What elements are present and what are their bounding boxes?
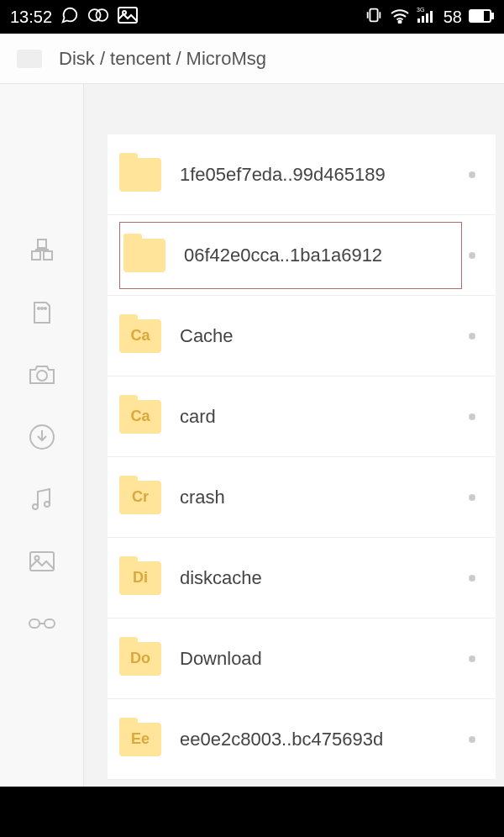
bottom-bar (0, 787, 504, 837)
file-row[interactable]: Cr crash (108, 457, 496, 538)
file-name: diskcache (180, 567, 462, 589)
svg-point-5 (398, 20, 401, 23)
file-name: card (180, 406, 462, 428)
picture-icon (118, 7, 138, 28)
svg-point-19 (45, 308, 46, 309)
circles-icon (87, 6, 109, 29)
battery-icon (469, 8, 494, 27)
svg-point-18 (41, 308, 43, 309)
svg-rect-2 (118, 8, 137, 23)
svg-point-17 (38, 308, 39, 309)
svg-rect-15 (32, 251, 40, 260)
row-menu-dot[interactable] (469, 575, 475, 582)
file-row[interactable]: Do Download (108, 619, 496, 699)
sidebar-camera-icon[interactable] (27, 360, 57, 390)
svg-rect-9 (430, 11, 433, 23)
sidebar-sd-icon[interactable] (27, 297, 57, 328)
svg-rect-24 (30, 552, 54, 571)
row-menu-dot[interactable] (469, 494, 475, 501)
content: 1fe05ef7eda..99d465189 06f42e0cca..1ba1a… (84, 84, 504, 787)
sidebar-picture-icon[interactable] (27, 546, 57, 576)
folder-icon: Do (119, 642, 161, 676)
svg-rect-4 (370, 8, 377, 21)
breadcrumb-root-icon (17, 50, 42, 68)
file-row[interactable]: Ca Cache (108, 296, 496, 376)
row-menu-dot[interactable] (469, 655, 475, 662)
folder-icon: Ca (119, 400, 161, 434)
sidebar (0, 84, 84, 787)
wifi-icon (390, 7, 410, 28)
row-menu-dot[interactable] (469, 413, 475, 420)
file-row[interactable]: Ee ee0e2c8003..bc475693d (108, 699, 496, 780)
file-list: 1fe05ef7eda..99d465189 06f42e0cca..1ba1a… (108, 134, 496, 780)
battery-level: 58 (444, 8, 462, 27)
row-menu-dot[interactable] (469, 333, 475, 340)
svg-rect-16 (44, 251, 52, 260)
sidebar-category-icon[interactable] (27, 235, 57, 266)
breadcrumb-path: Disk / tencent / MicroMsg (59, 48, 266, 70)
svg-point-22 (33, 504, 38, 509)
folder-icon: Ca (119, 319, 161, 353)
file-name: ee0e2c8003..bc475693d (180, 729, 462, 750)
svg-rect-14 (38, 240, 46, 248)
status-left: 13:52 (10, 6, 138, 29)
status-right: 3G 58 (365, 6, 494, 29)
svg-rect-26 (29, 619, 39, 628)
chat-icon (60, 6, 79, 29)
svg-rect-8 (426, 13, 428, 23)
svg-point-20 (37, 371, 47, 381)
row-menu-dot[interactable] (469, 171, 475, 178)
file-name: Cache (180, 325, 462, 347)
svg-text:3G: 3G (417, 7, 424, 13)
breadcrumb[interactable]: Disk / tencent / MicroMsg (0, 34, 504, 84)
folder-icon: Cr (119, 481, 161, 514)
file-row[interactable]: Di diskcache (108, 538, 496, 619)
svg-point-23 (45, 502, 50, 507)
file-name: 1fe05ef7eda..99d465189 (180, 164, 462, 186)
svg-rect-7 (422, 16, 424, 23)
row-menu-dot[interactable] (469, 252, 475, 259)
file-row[interactable]: 06f42e0cca..1ba1a6912 (108, 215, 496, 296)
signal-icon: 3G (417, 7, 437, 28)
svg-rect-27 (45, 619, 55, 628)
sidebar-glasses-icon[interactable] (27, 608, 57, 639)
file-row[interactable]: Ca card (108, 376, 496, 457)
svg-rect-6 (417, 18, 420, 23)
file-row[interactable]: 1fe05ef7eda..99d465189 (108, 134, 496, 215)
vibrate-icon (365, 6, 383, 29)
folder-icon (119, 158, 161, 192)
row-menu-dot[interactable] (469, 736, 475, 743)
status-time: 13:52 (10, 8, 52, 27)
svg-rect-12 (491, 13, 493, 18)
svg-point-1 (96, 9, 108, 21)
sidebar-music-icon[interactable] (27, 484, 57, 514)
file-name: 06f42e0cca..1ba1a6912 (184, 245, 461, 266)
file-name: crash (180, 487, 462, 508)
folder-icon (123, 239, 165, 272)
folder-icon: Di (119, 561, 161, 595)
svg-rect-13 (471, 12, 483, 20)
sidebar-download-icon[interactable] (27, 422, 57, 452)
folder-icon: Ee (119, 723, 161, 756)
main: 1fe05ef7eda..99d465189 06f42e0cca..1ba1a… (0, 84, 504, 787)
status-bar: 13:52 3G 58 (0, 0, 504, 34)
file-name: Download (180, 648, 462, 670)
